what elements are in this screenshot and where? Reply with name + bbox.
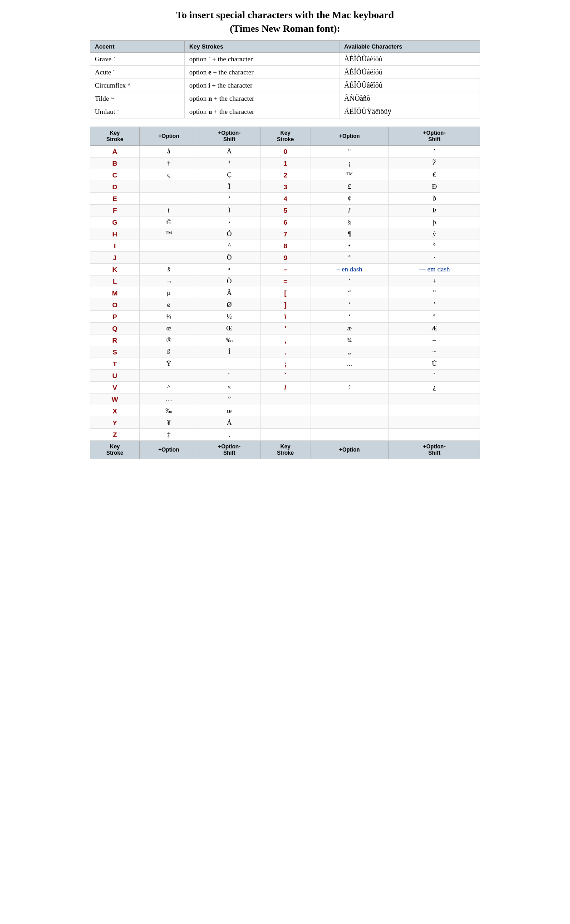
accent-name: Acute ´ [90, 66, 185, 79]
option-shift-right: ” [389, 287, 480, 299]
option-shift-left: Ò [198, 275, 260, 287]
key-left: T [90, 358, 140, 370]
key-right: \ [260, 311, 310, 323]
option-shift-right: Ú [389, 358, 480, 370]
table-row: JÔ9ª· [90, 252, 480, 264]
option-left: å [140, 146, 198, 157]
option-shift-right: Ž [389, 157, 480, 169]
option-shift-right: Æ [389, 323, 480, 334]
key-right: 0 [260, 146, 310, 157]
option-shift-left: × [198, 382, 260, 393]
option-shift-right [389, 393, 480, 405]
option-left: © [140, 216, 198, 228]
option-left: ™ [140, 228, 198, 240]
key-left: X [90, 405, 140, 417]
key-right: ] [260, 299, 310, 311]
key-left: W [90, 393, 140, 405]
option-left: ‡ [140, 429, 198, 441]
key-right: – [260, 264, 310, 275]
col-header-2: +Option-Shift [198, 127, 260, 146]
key-right [260, 405, 310, 417]
accent-table: Accent Key Strokes Available Characters … [90, 40, 480, 118]
key-right: 8 [260, 240, 310, 252]
option-left: ¥ [140, 417, 198, 429]
footer-col-header-0: KeyStroke [90, 441, 140, 459]
available-chars: ÃÑÕãñõ [339, 92, 480, 105]
key-right: ' [260, 323, 310, 334]
option-right [310, 405, 388, 417]
accent-row: Circumflex ^option i + the characterÂÊÎÔ… [90, 79, 480, 92]
option-left: † [140, 157, 198, 169]
option-shift-right: Ð [389, 181, 480, 193]
option-shift-left [198, 358, 260, 370]
accent-name: Tilde ~ [90, 92, 185, 105]
keystroke-desc: option e + the character [184, 66, 339, 79]
option-left: ƒ [140, 205, 198, 216]
option-left: š [140, 264, 198, 275]
table-row: CçÇ2™€ [90, 169, 480, 181]
table-row: E‘4¢ð [90, 193, 480, 205]
accent-name: Umlaut ¨ [90, 105, 185, 118]
key-right: = [260, 275, 310, 287]
key-right: 6 [260, 216, 310, 228]
table-row: H™Ó7¶ý [90, 228, 480, 240]
option-right: § [310, 216, 388, 228]
key-right: 4 [260, 193, 310, 205]
option-shift-right [389, 405, 480, 417]
accent-name: Grave ` [90, 53, 185, 66]
key-left: Z [90, 429, 140, 441]
option-left: ç [140, 169, 198, 181]
option-shift-left: Œ [198, 323, 260, 334]
key-left: V [90, 382, 140, 393]
key-right: / [260, 382, 310, 393]
table-row: DÎ3£Ð [90, 181, 480, 193]
col-header-1: +Option [140, 127, 198, 146]
table-row: Kš•–– en dash— em dash [90, 264, 480, 275]
key-left: I [90, 240, 140, 252]
key-right: ` [260, 370, 310, 382]
option-shift-right: · [389, 252, 480, 264]
col-header-0: KeyStroke [90, 127, 140, 146]
option-right [310, 393, 388, 405]
key-right: , [260, 334, 310, 346]
option-shift-left: Ô [198, 252, 260, 264]
option-right [310, 370, 388, 382]
option-left: ¼ [140, 311, 198, 323]
table-row: L¬Ò=’± [90, 275, 480, 287]
key-right: . [260, 346, 310, 358]
option-shift-right [389, 417, 480, 429]
key-left: F [90, 205, 140, 216]
option-right: ÷ [310, 382, 388, 393]
table-row: W…” [90, 393, 480, 405]
page-title: To insert special characters with the Ma… [90, 0, 480, 40]
keystroke-desc: option ` + the character [184, 53, 339, 66]
option-shift-right: ° [389, 240, 480, 252]
option-left [140, 370, 198, 382]
option-shift-left: • [198, 264, 260, 275]
option-shift-left: Ó [198, 228, 260, 240]
table-row: TÝ;…Ú [90, 358, 480, 370]
option-right [310, 429, 388, 441]
option-shift-right: ’ [389, 299, 480, 311]
option-right: º [310, 146, 388, 157]
key-right [260, 417, 310, 429]
accent-name: Circumflex ^ [90, 79, 185, 92]
option-right [310, 417, 388, 429]
key-right: 5 [260, 205, 310, 216]
option-shift-left: Ø [198, 299, 260, 311]
key-left: O [90, 299, 140, 311]
option-left: ‰ [140, 405, 198, 417]
accent-row: Tilde ~option n + the characterÃÑÕãñõ [90, 92, 480, 105]
key-left: B [90, 157, 140, 169]
key-right: 9 [260, 252, 310, 264]
option-shift-right: ~ [389, 346, 480, 358]
char-table: KeyStroke+Option+Option-ShiftKeyStroke+O… [90, 127, 480, 459]
key-right: ; [260, 358, 310, 370]
option-left [140, 240, 198, 252]
option-shift-left: Î [198, 181, 260, 193]
option-shift-right: € [389, 169, 480, 181]
option-shift-left: ” [198, 393, 260, 405]
footer-col-header-1: +Option [140, 441, 198, 459]
option-left [140, 252, 198, 264]
key-right: 3 [260, 181, 310, 193]
